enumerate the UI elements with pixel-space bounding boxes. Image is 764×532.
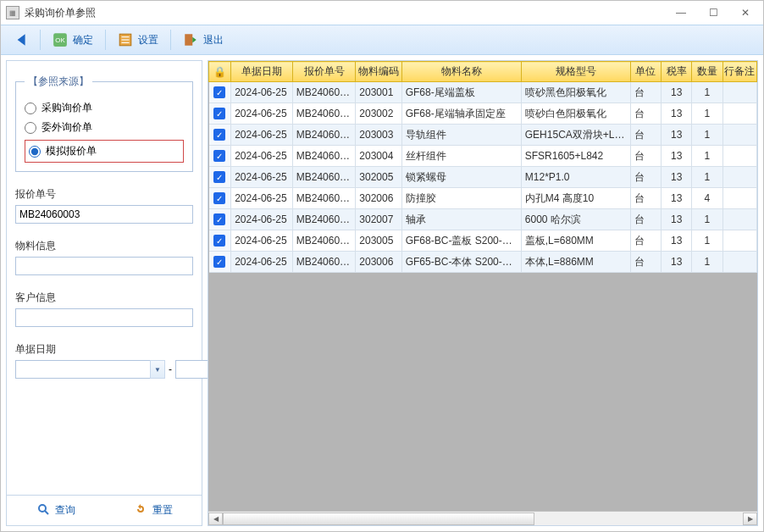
- cell-tax: 13: [662, 82, 692, 103]
- table-row[interactable]: ✓2024-06-25MB24060003302006防撞胶内孔M4 高度10台…: [209, 188, 757, 209]
- query-button[interactable]: 查询: [36, 502, 75, 518]
- cell-name: 防撞胶: [401, 188, 521, 209]
- material-input[interactable]: [15, 257, 193, 275]
- cell-quote-no: MB24060003: [292, 209, 356, 230]
- body: 【参照来源】 采购询价单 委外询价单 模拟报价单: [1, 55, 763, 531]
- col-quote-no[interactable]: 报价单号: [292, 62, 356, 82]
- cell-qty: 1: [692, 252, 722, 273]
- col-remark[interactable]: 行备注: [722, 62, 756, 82]
- row-checkbox[interactable]: ✓: [209, 252, 231, 273]
- settings-button[interactable]: 设置: [111, 29, 165, 51]
- row-checkbox[interactable]: ✓: [209, 209, 231, 230]
- col-date[interactable]: 单据日期: [231, 62, 293, 82]
- table-row[interactable]: ✓2024-06-25MB24060003203002GF68-尾端轴承固定座喷…: [209, 103, 757, 125]
- cell-name: GF65-BC-本体 S200-S200: [401, 252, 521, 273]
- row-checkbox[interactable]: ✓: [209, 103, 231, 125]
- cell-spec: 6000 哈尔滨: [521, 209, 630, 230]
- maximize-button[interactable]: ☐: [700, 4, 726, 21]
- chevron-down-icon[interactable]: ▼: [150, 360, 165, 379]
- cell-tax: 13: [662, 146, 692, 167]
- exit-icon: [183, 32, 198, 47]
- scroll-right-button[interactable]: ▶: [743, 513, 757, 525]
- radio-purchase-inquiry-input[interactable]: [25, 103, 36, 114]
- cell-name: 丝杆组件: [401, 146, 521, 167]
- cell-tax: 13: [662, 103, 692, 125]
- cell-remark: [722, 125, 756, 146]
- scroll-thumb[interactable]: [223, 513, 534, 525]
- quote-no-input[interactable]: [15, 205, 193, 224]
- right-panel: 🔒 单据日期 报价单号 物料编码 物料名称 规格型号 单位 税率 数量 行备注: [208, 60, 758, 526]
- table-row[interactable]: ✓2024-06-25MB24060003203003导轨组件GEH15CA双滑…: [209, 125, 757, 146]
- check-icon: ✓: [213, 171, 225, 183]
- row-checkbox[interactable]: ✓: [209, 188, 231, 209]
- exit-button[interactable]: 退出: [176, 29, 230, 51]
- table-row[interactable]: ✓2024-06-25MB24060003302005锁紧螺母M12*P1.0台…: [209, 167, 757, 188]
- svg-point-7: [39, 505, 46, 512]
- cell-remark: [722, 82, 756, 103]
- app-icon: ▦: [6, 6, 19, 19]
- cell-quote-no: MB24060003: [292, 230, 356, 252]
- reset-button[interactable]: 重置: [134, 502, 173, 518]
- cell-name: 锁紧螺母: [401, 167, 521, 188]
- cell-date: 2024-06-25: [231, 82, 293, 103]
- ok-icon: OK: [53, 32, 68, 47]
- close-button[interactable]: ✕: [733, 4, 758, 21]
- left-bottom-bar: 查询 重置: [7, 495, 202, 525]
- minimize-button[interactable]: —: [668, 4, 694, 21]
- cell-quote-no: MB24060003: [292, 82, 356, 103]
- query-label: 查询: [55, 503, 75, 518]
- settings-label: 设置: [138, 33, 158, 47]
- table-row[interactable]: ✓2024-06-25MB24060003203005GF68-BC-盖板 S2…: [209, 230, 757, 252]
- scroll-left-button[interactable]: ◀: [208, 513, 223, 525]
- radio-outsource-inquiry[interactable]: 委外询价单: [25, 120, 184, 135]
- table-row[interactable]: ✓2024-06-25MB24060003203001GF68-尾端盖板喷砂黑色…: [209, 82, 757, 103]
- cell-tax: 13: [662, 188, 692, 209]
- radio-simulated-quote-input[interactable]: [29, 146, 41, 158]
- data-grid[interactable]: 🔒 单据日期 报价单号 物料编码 物料名称 规格型号 单位 税率 数量 行备注: [208, 61, 757, 511]
- table-row[interactable]: ✓2024-06-25MB24060003203006GF65-BC-本体 S2…: [209, 252, 757, 273]
- cell-quote-no: MB24060003: [292, 146, 356, 167]
- grid-header-row: 🔒 单据日期 报价单号 物料编码 物料名称 规格型号 单位 税率 数量 行备注: [209, 62, 757, 82]
- col-material-code[interactable]: 物料编码: [356, 62, 401, 82]
- customer-input[interactable]: [15, 308, 193, 327]
- date-label: 单据日期: [15, 342, 193, 357]
- table-row[interactable]: ✓2024-06-25MB24060003302007轴承6000 哈尔滨台13…: [209, 209, 757, 230]
- titlebar: ▦ 采购询价单参照 — ☐ ✕: [1, 1, 763, 25]
- radio-purchase-inquiry[interactable]: 采购询价单: [25, 101, 184, 115]
- cell-name: 导轨组件: [401, 125, 521, 146]
- cell-qty: 1: [692, 103, 722, 125]
- row-checkbox[interactable]: ✓: [209, 230, 231, 252]
- col-material-name[interactable]: 物料名称: [401, 62, 521, 82]
- check-icon: ✓: [213, 86, 225, 98]
- first-icon: [13, 32, 28, 47]
- radio-simulated-quote[interactable]: 模拟报价单: [29, 144, 180, 158]
- radio-outsource-inquiry-input[interactable]: [25, 122, 36, 134]
- cell-code: 203002: [356, 103, 401, 125]
- cell-unit: 台: [630, 82, 661, 103]
- table-row[interactable]: ✓2024-06-25MB24060003203004丝杆组件SFSR1605+…: [209, 146, 757, 167]
- ok-button[interactable]: OK 确定: [46, 29, 100, 51]
- check-icon: ✓: [213, 192, 225, 204]
- horizontal-scrollbar[interactable]: ◀ ▶: [208, 511, 757, 525]
- col-qty[interactable]: 数量: [692, 62, 722, 82]
- col-tax[interactable]: 税率: [662, 62, 692, 82]
- svg-line-8: [45, 511, 48, 514]
- col-spec[interactable]: 规格型号: [521, 62, 630, 82]
- date-from-input[interactable]: [15, 360, 150, 379]
- row-checkbox[interactable]: ✓: [209, 125, 231, 146]
- row-checkbox[interactable]: ✓: [209, 146, 231, 167]
- date-from-combo[interactable]: ▼: [15, 360, 165, 379]
- search-icon: [36, 502, 50, 518]
- cell-name: GF68-BC-盖板 S200-S200: [401, 230, 521, 252]
- scroll-track[interactable]: [223, 513, 743, 525]
- cell-date: 2024-06-25: [231, 188, 293, 209]
- cell-quote-no: MB24060003: [292, 125, 356, 146]
- col-unit[interactable]: 单位: [630, 62, 661, 82]
- cell-code: 203006: [356, 252, 401, 273]
- cell-spec: 内孔M4 高度10: [521, 188, 630, 209]
- first-record-button[interactable]: [6, 29, 35, 51]
- col-checkbox[interactable]: 🔒: [209, 62, 231, 82]
- left-panel: 【参照来源】 采购询价单 委外询价单 模拟报价单: [6, 60, 202, 526]
- row-checkbox[interactable]: ✓: [209, 82, 231, 103]
- row-checkbox[interactable]: ✓: [209, 167, 231, 188]
